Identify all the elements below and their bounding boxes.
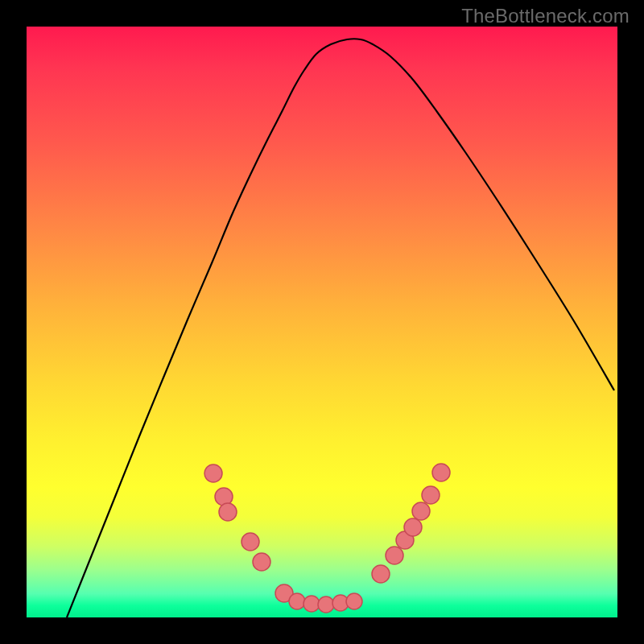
curve-marker	[404, 518, 422, 536]
curve-markers	[204, 464, 450, 613]
curve-marker	[242, 533, 259, 551]
plot-area	[27, 27, 617, 617]
watermark-label: TheBottleneck.com	[461, 5, 630, 27]
curve-marker	[422, 486, 440, 504]
curve-marker	[289, 593, 305, 609]
curve-marker	[346, 593, 362, 609]
curve-marker	[432, 464, 450, 481]
curve-marker	[204, 464, 222, 482]
curve-marker	[412, 502, 430, 520]
curve-marker	[253, 553, 270, 571]
chart-svg	[27, 27, 617, 617]
curve-marker	[372, 565, 390, 583]
curve-marker	[318, 597, 334, 613]
bottleneck-curve	[67, 39, 614, 617]
curve-marker	[386, 547, 403, 564]
curve-marker	[303, 596, 320, 612]
chart-frame: TheBottleneck.com	[0, 0, 644, 644]
curve-marker	[219, 503, 237, 521]
